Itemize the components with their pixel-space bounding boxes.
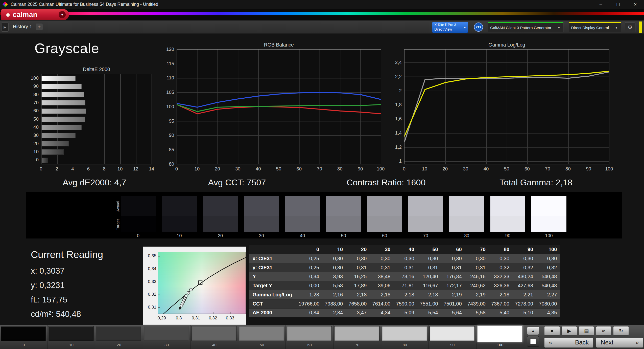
chart-svg [177,50,381,164]
table-cell: 176,84 [441,272,465,281]
swatch-actual-color [121,196,156,216]
table-row: Gamma Log/Log1,282,162,182,182,182,182,1… [249,290,560,299]
axis-tick-label: 50 [33,116,39,122]
add-tab-button[interactable]: + [36,24,43,31]
play-button[interactable]: ▶ [561,326,577,336]
table-cell: 0,30 [346,254,370,263]
swatch-actual-color [326,196,361,216]
swatch-level-label: 30 [244,233,279,238]
next-button[interactable]: Next » [596,337,644,348]
pattern-button-30[interactable] [144,326,189,341]
table-cell: 4,34 [370,308,394,317]
logo-menu-chevron-icon[interactable]: ▾ [59,11,66,18]
pattern-button-80[interactable] [382,326,427,341]
gamma-ylabels: 11,21,41,61,822,22,4 [385,49,402,164]
pattern-button-20[interactable] [96,326,141,341]
history-nav-button[interactable]: ▶ [1,23,9,32]
table-cell: 7988,00 [322,299,346,308]
axis-tick-label: 60 [296,166,302,172]
axis-tick-label: 60 [33,108,39,114]
pattern-button-100[interactable] [477,325,522,342]
table-cell: 332,33 [489,272,513,281]
pattern-slot: 60 [286,325,333,349]
pattern-label: 10 [48,343,95,347]
axis-tick-label: 90 [169,133,174,138]
swatch-target-color [162,216,197,232]
pattern-button-90[interactable] [430,326,475,341]
table-cell: 5,54 [417,308,441,317]
swatch-actual-color [408,196,443,216]
close-button[interactable]: × [627,0,644,9]
swatch-target-color [121,216,156,232]
page-title: Grayscale [35,40,99,56]
meter-dropdown[interactable]: X-Rite i1Pro 3 Direct View ▾ [432,22,468,33]
gamma-chart-title: Gamma Log/Log [404,42,610,48]
spectrum-strip [0,12,644,15]
pattern-button-50[interactable] [239,326,284,341]
pattern-button-0[interactable] [1,326,46,341]
stat-contrast-ratio: Contrast Ratio: 1600 [347,178,426,187]
swatch-actual-color [162,196,197,216]
scroll-up-button[interactable]: ▲ [527,327,539,335]
swatch-actual-color [367,196,402,216]
axis-tick-label: 90 [358,166,363,172]
cie-chart-panel: 0,350,340,330,320,31 0,290,30,310,320,33 [143,247,247,325]
table-column-header: 60 [441,245,465,254]
grayscale-swatch: 50 [326,196,361,232]
save-button[interactable]: ▤ [579,326,594,336]
display-control-dropdown[interactable]: Direct Display Control ▾ [569,22,621,33]
grayscale-swatch: 90 [490,196,525,232]
table-cell: 39,06 [370,281,394,290]
pattern-button-10[interactable] [49,326,94,341]
reading-fl: fL: 157,75 [31,295,67,304]
swatch-level-label: 10 [162,233,197,238]
back-button[interactable]: « Back [544,337,593,348]
swatch-target-color [244,216,279,232]
stop-button[interactable]: ■ [544,326,560,336]
table-cell: 5,09 [394,308,417,317]
tab-history-1[interactable]: History 1 [13,24,32,30]
row-label: Y [249,272,299,281]
table-cell: 3,47 [346,308,370,317]
table-cell: 1,28 [299,290,322,299]
pattern-button-70[interactable] [334,326,379,341]
deltae-ylabels: 1009080706050403020100 [22,74,39,165]
table-column-header: 50 [417,245,441,254]
tab-bar: ▶ History 1 + X-Rite i1Pro 3 Direct View… [0,20,644,34]
table-cell: 2,16 [322,290,346,299]
swatch-level-label: 60 [367,233,402,238]
axis-tick-label: 80 [169,161,174,167]
pattern-slot: 80 [381,325,429,349]
pattern-source-dropdown[interactable]: CalMAN Client 3 Pattern Generator ▾ [488,22,563,33]
table-cell: 0,30 [536,254,560,263]
axis-tick-label: 30 [463,166,468,172]
table-row: x: CIE310,250,300,300,300,300,300,300,30… [249,254,560,263]
table-cell: 120,40 [417,272,441,281]
axis-tick-label: 10 [117,166,123,172]
refresh-button[interactable]: ↻ [613,326,629,336]
axis-tick-label: 0,31 [148,305,156,310]
axis-tick-label: 100 [166,104,174,110]
calman-logo[interactable]: ◈ calman ▾ [1,9,69,20]
axis-tick-label: 100 [605,166,613,172]
pattern-label: 70 [333,343,381,347]
table-cell: 2,18 [370,290,394,299]
loop-button[interactable]: ∞ [596,326,612,336]
rgb-plot [177,49,381,164]
pattern-button-40[interactable] [192,326,237,341]
minimize-button[interactable]: – [592,0,609,9]
pattern-label: 0 [0,343,47,347]
grayscale-swatch: 0 [121,196,156,232]
axis-tick-label: 2,2 [395,74,402,79]
swatch-actual-color [531,196,566,216]
meter-status-badge[interactable]: 719 [474,23,483,32]
pattern-button-60[interactable] [287,326,332,341]
settings-gear-button[interactable]: ⚙ [625,22,635,33]
maximize-button[interactable]: □ [609,0,627,9]
pattern-label: 40 [190,343,238,347]
axis-tick-label: 0,33 [148,279,156,284]
pattern-window-button[interactable] [527,336,539,347]
grayscale-swatch: 70 [408,196,443,232]
axis-tick-label: 100 [377,166,385,172]
axis-tick-label: 0,31 [192,316,200,321]
